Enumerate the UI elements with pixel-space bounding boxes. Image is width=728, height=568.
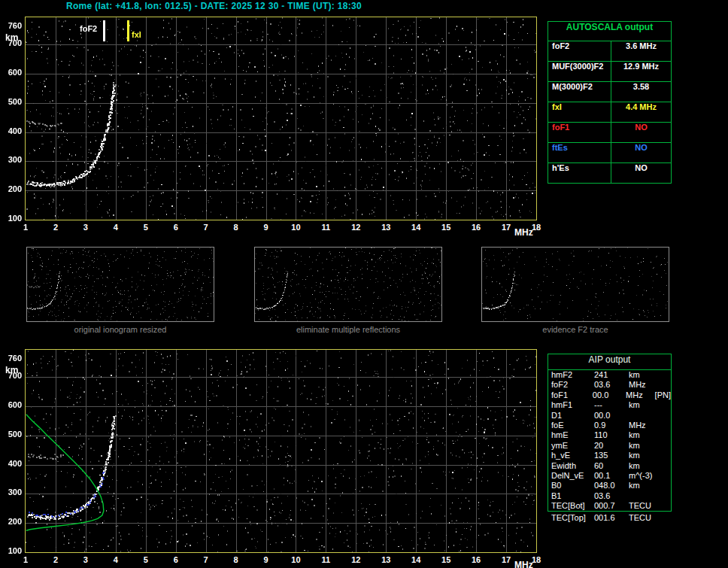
x-tick-label: 2: [44, 223, 67, 232]
aip-row-note: [659, 430, 671, 440]
aip-row-value: 00.0: [594, 411, 629, 421]
x-tick-label: 13: [375, 223, 397, 232]
thumbnail-evidence-canvas: [482, 248, 669, 321]
aip-row-unit: km: [629, 370, 659, 380]
aip-row-label: Ewidth: [548, 461, 594, 471]
thumbnail-eliminate-canvas: [255, 248, 441, 321]
thumbnail-evidence-f2: [481, 247, 669, 322]
autoscala-row-value: 4.4 MHz: [611, 102, 671, 122]
aip-row: B103.6: [548, 491, 671, 501]
autoscala-row: fxI4.4 MHz: [548, 102, 671, 122]
y-tick-label: 400: [2, 459, 22, 468]
aip-row: hmF2241km: [548, 370, 671, 380]
aip-row-label: D1: [548, 411, 594, 421]
x-tick-label: 12: [344, 555, 367, 564]
aip-row-label: TEC[Bot]: [548, 501, 594, 511]
aip-row-value: ---: [594, 400, 629, 410]
fxi-marker-label: fxI: [132, 30, 141, 39]
autoscala-row: h'EsNO: [548, 163, 671, 183]
y-axis-unit-label: km: [5, 32, 18, 43]
aip-row-note: [659, 501, 671, 511]
autoscala-row-value: NO: [611, 143, 671, 163]
aip-row: DelN_vE00.1m^(-3): [548, 471, 671, 481]
x-tick-label: 14: [405, 223, 427, 232]
aip-row-note: [659, 513, 671, 523]
aip-row-label: hmF2: [548, 370, 594, 380]
y-tick-label: 500: [2, 97, 22, 106]
y-tick-label: 760: [2, 354, 22, 363]
aip-row-value: 60: [594, 461, 629, 471]
aip-row: ymE20km: [548, 441, 671, 451]
aip-row-note: [659, 380, 671, 390]
aip-row-note: [659, 441, 671, 451]
x-tick-label: 7: [195, 223, 217, 232]
aip-row-label: ymE: [548, 441, 594, 451]
autoscala-row-label: h'Es: [548, 163, 611, 183]
aip-row-unit: km: [629, 441, 659, 451]
aip-row: hmF1---km: [548, 400, 671, 410]
y-tick-label: 400: [2, 126, 22, 135]
aip-row-note: [659, 451, 671, 460]
aip-row-value: 001.6: [594, 513, 629, 523]
aip-row-note: [659, 491, 671, 501]
aip-row-unit: [629, 491, 659, 501]
aip-row-unit: TECU: [629, 513, 659, 523]
aip-row-value: 0.9: [594, 421, 629, 430]
aip-row-label: DelN_vE: [548, 471, 594, 481]
y-tick-label: 200: [2, 517, 22, 526]
aip-row-value: 241: [594, 370, 629, 380]
x-tick-label: 5: [135, 223, 157, 232]
aip-row: TEC[Bot]000.7TECU: [548, 501, 671, 511]
station-header: Rome (lat: +41.8, lon: 012.5) - DATE: 20…: [66, 1, 362, 11]
aip-row-note: [659, 461, 671, 471]
autoscala-row-label: foF2: [548, 41, 611, 61]
aip-row-note: [659, 421, 671, 430]
aip-row-value: 110: [594, 430, 629, 440]
aip-row-note: [PN]: [655, 390, 671, 400]
top-ionogram-canvas: [26, 17, 536, 220]
autoscala-row-label: fxI: [548, 102, 611, 122]
aip-row-note: [659, 370, 671, 380]
autoscala-title: AUTOSCALA output: [548, 22, 671, 41]
aip-row-unit: TECU: [629, 501, 659, 511]
aip-row-note: [659, 471, 671, 481]
x-tick-label: 6: [165, 223, 187, 232]
aip-row: foF100.0MHz[PN]: [548, 390, 671, 400]
aip-row-note: [659, 481, 671, 491]
aip-row-unit: MHz: [629, 421, 659, 430]
y-tick-label: 600: [2, 400, 22, 409]
y-axis-unit-label: km: [5, 365, 18, 375]
aip-row-value: 03.6: [594, 380, 629, 390]
aip-row-label: hmF1: [548, 400, 594, 410]
autoscala-row-value: 3.58: [611, 82, 671, 102]
x-tick-label: 7: [195, 555, 217, 564]
aip-row-label: hmE: [548, 430, 594, 440]
fof2-marker-label: foF2: [80, 24, 97, 33]
y-tick-label: 100: [2, 546, 22, 555]
x-tick-label: 2: [44, 555, 67, 564]
aip-rows: hmF2241kmfoF203.6MHzfoF100.0MHz[PN]hmF1-…: [548, 370, 671, 511]
y-tick-label: 300: [2, 155, 22, 164]
thumbnail-caption-eliminate: eliminate multiple reflections: [254, 325, 442, 334]
aip-title: AIP output: [548, 354, 671, 370]
aip-row-label: B0: [548, 481, 594, 491]
x-axis-unit-label: MHz: [514, 227, 533, 238]
x-tick-label: 4: [105, 555, 127, 564]
x-tick-label: 11: [314, 555, 337, 564]
aip-row: hmE110km: [548, 430, 671, 440]
x-axis-unit-label: MHz: [514, 560, 533, 568]
x-tick-label: 10: [284, 223, 307, 232]
aip-panel: AIP output hmF2241kmfoF203.6MHzfoF100.0M…: [548, 354, 672, 512]
y-tick-label: 300: [2, 488, 22, 497]
x-tick-label: 15: [435, 555, 457, 564]
aip-row-unit: [629, 411, 659, 421]
aip-row-value: 048.0: [594, 481, 629, 491]
aip-row-value: 000.7: [594, 501, 629, 511]
x-tick-label: 6: [165, 555, 187, 564]
aip-row: D100.0: [548, 411, 671, 421]
autoscala-panel: AUTOSCALA output foF23.6 MHzMUF(3000)F21…: [548, 21, 672, 184]
aip-row-unit: km: [629, 481, 659, 491]
aip-row-unit: MHz: [626, 390, 654, 400]
x-tick-label: 11: [314, 223, 337, 232]
aip-row: h_vE135km: [548, 451, 671, 460]
